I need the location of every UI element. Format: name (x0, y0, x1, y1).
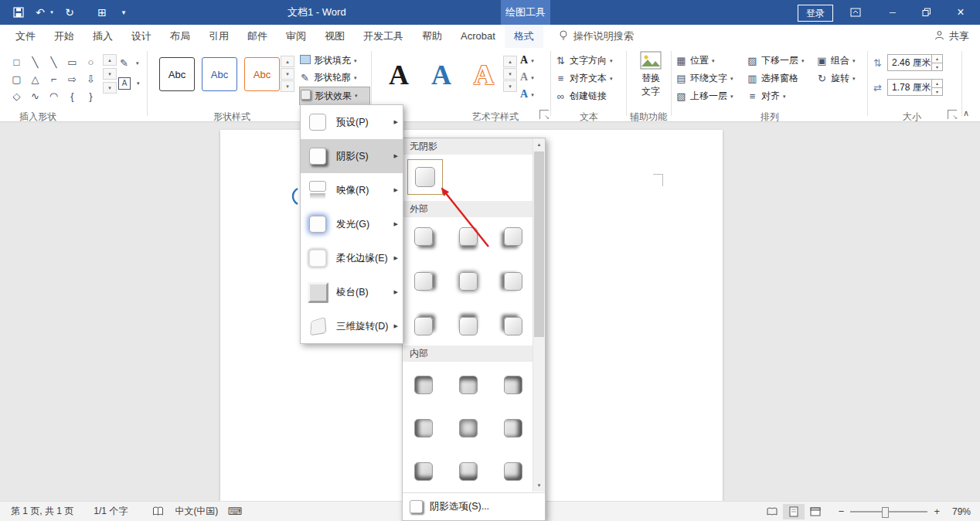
height-stepper[interactable]: ▴▾ (931, 55, 942, 70)
redo-icon[interactable]: ↻ (62, 0, 77, 25)
read-mode-icon[interactable] (761, 504, 783, 519)
minimize-icon[interactable]: ─ (876, 0, 909, 25)
text-fill-button[interactable]: A ▾ (520, 53, 534, 68)
ribbon-display-options-icon[interactable] (844, 0, 867, 25)
edit-shape-button[interactable]: ✎ ▾ (118, 55, 139, 71)
shape-gallery-item[interactable]: ⌐ (45, 71, 63, 87)
send-backward-button[interactable]: ▨ 下移一层 ▾ (747, 53, 805, 69)
shad-inner-bottom-left[interactable] (409, 457, 438, 486)
shape-outline-button[interactable]: ✎ 形状轮廓 ▾ (299, 70, 370, 86)
create-link-button[interactable]: ∞ 创建链接 (555, 88, 607, 104)
gallery-scrollbar[interactable]: ▴ ▾ (533, 138, 545, 492)
shad-outer-bottom[interactable] (454, 222, 483, 251)
shape-width-field[interactable]: 1.78 厘米 ▴▾ (887, 79, 943, 96)
shad-inner-top-left[interactable] (409, 370, 438, 400)
shape-fill-button[interactable]: 形状填充 ▾ (299, 53, 370, 69)
save-icon[interactable] (9, 0, 28, 25)
menu-item-glow[interactable]: 发光(G) ▶ (301, 207, 403, 241)
shad-inner-center[interactable] (454, 414, 483, 443)
style-gallery-down-icon[interactable]: ▾ (281, 68, 294, 80)
undo-icon[interactable]: ↶ (32, 0, 48, 25)
shape-gallery-item[interactable]: □ (8, 54, 26, 70)
menu-item-3d-rotation[interactable]: 三维旋转(D) ▶ (301, 309, 403, 343)
tab-view[interactable]: 视图 (315, 25, 354, 48)
text-outline-button[interactable]: A ▾ (520, 70, 534, 85)
shad-inner-top[interactable] (454, 370, 483, 400)
width-stepper[interactable]: ▴▾ (931, 80, 942, 95)
shape-gallery-item[interactable]: ▭ (63, 54, 81, 70)
zoom-out-button[interactable]: − (839, 506, 845, 517)
tab-references[interactable]: 引用 (199, 25, 238, 48)
web-layout-icon[interactable] (805, 504, 826, 519)
position-button[interactable]: ▦ 位置 ▾ (675, 53, 715, 69)
size-dialog-launcher[interactable]: ↘ (948, 110, 957, 119)
text-effects-button[interactable]: A ▾ (520, 87, 534, 102)
shape-gallery-down-icon[interactable]: ▾ (103, 68, 117, 80)
wordart-style-1[interactable]: A (382, 57, 416, 93)
tab-review[interactable]: 审阅 (277, 25, 315, 48)
word-count[interactable]: 1/1 个字 (94, 505, 128, 518)
language-indicator[interactable]: 中文(中国) (175, 505, 218, 518)
wordart-dialog-launcher[interactable]: ↘ (539, 110, 549, 119)
close-icon[interactable]: × (944, 0, 977, 25)
touch-mouse-mode-icon[interactable]: ⊞ (94, 0, 110, 25)
shape-gallery-item[interactable]: ○ (82, 54, 100, 70)
tab-design[interactable]: 设计 (122, 25, 161, 48)
shadow-options-button[interactable]: 阴影选项(S)... (403, 492, 545, 520)
shape-gallery-item[interactable]: ╲ (26, 54, 44, 70)
zoom-level[interactable]: 79% (940, 506, 971, 517)
tab-acrobat[interactable]: Acrobat (451, 25, 505, 48)
tab-format[interactable]: 格式 (505, 25, 543, 48)
shape-style-preset-3[interactable]: Abc (244, 57, 280, 91)
shad-outer-left[interactable] (499, 267, 528, 296)
tab-developer[interactable]: 开发工具 (354, 25, 413, 48)
page-indicator[interactable]: 第 1 页, 共 1 页 (11, 505, 73, 518)
tab-home[interactable]: 开始 (45, 25, 83, 48)
zoom-in-button[interactable]: + (934, 506, 940, 517)
wordart-gallery-more-icon[interactable]: ▾ (503, 80, 517, 92)
qat-customize-icon[interactable]: ▾ (117, 0, 130, 25)
tab-insert[interactable]: 插入 (83, 25, 122, 48)
keyboard-icon[interactable]: ⌨ (227, 506, 242, 517)
shad-outer-bottom-right[interactable] (409, 222, 438, 251)
shape-gallery-item[interactable]: ▢ (8, 71, 26, 87)
wordart-gallery-down-icon[interactable]: ▾ (503, 68, 517, 80)
alt-text-button[interactable]: 替换 文字 (632, 51, 669, 104)
sign-in-button[interactable]: 登录 (798, 5, 833, 22)
shad-inner-bottom[interactable] (454, 457, 483, 486)
shape-gallery-up-icon[interactable]: ▴ (103, 54, 117, 66)
menu-item-reflection[interactable]: 映像(R) ▶ (301, 173, 403, 207)
shape-style-preset-1[interactable]: Abc (159, 57, 195, 91)
zoom-slider[interactable] (850, 511, 927, 512)
shad-outer-top-right[interactable] (409, 312, 438, 341)
menu-item-shadow[interactable]: 阴影(S) ▶ (301, 139, 403, 173)
shad-outer-top-left[interactable] (499, 312, 528, 341)
zoom-slider-thumb[interactable] (882, 507, 889, 518)
shad-outer-right[interactable] (409, 267, 438, 296)
selection-pane-button[interactable]: ▥ 选择窗格 (747, 70, 798, 87)
shad-outer-bottom-left[interactable] (499, 222, 528, 251)
proofing-status-icon[interactable] (152, 506, 164, 516)
shad-outer-center[interactable] (454, 267, 483, 296)
style-gallery-more-icon[interactable]: ▾ (281, 80, 294, 92)
shape-gallery-item[interactable]: ◇ (8, 88, 26, 104)
tab-file[interactable]: 文件 (6, 25, 45, 48)
share-button[interactable]: 共享 (934, 29, 969, 43)
tab-help[interactable]: 帮助 (413, 25, 451, 48)
collapse-ribbon-icon[interactable]: ∧ (963, 108, 969, 118)
align-text-button[interactable]: ≡ 对齐文本 ▾ (555, 70, 613, 87)
shad-inner-right[interactable] (499, 414, 528, 443)
tell-me-search[interactable]: 操作说明搜索 (559, 29, 634, 43)
draw-textbox-button[interactable]: A ▾ (118, 75, 140, 91)
wordart-style-3[interactable]: A (467, 57, 501, 93)
style-gallery-up-icon[interactable]: ▴ (281, 56, 294, 67)
menu-item-soft-edges[interactable]: 柔化边缘(E) ▶ (301, 241, 403, 275)
shape-gallery-item[interactable]: { (63, 88, 81, 104)
shape-gallery-item[interactable]: ◠ (45, 88, 63, 104)
shape-gallery-item[interactable]: ⇨ (63, 71, 81, 87)
undo-dropdown-icon[interactable]: ▾ (48, 0, 56, 25)
shad-outer-top[interactable] (454, 312, 483, 341)
align-button[interactable]: ≡ 对齐 ▾ (747, 88, 786, 104)
wrap-text-button[interactable]: ▤ 环绕文字 ▾ (675, 70, 733, 87)
shadow-option-none[interactable] (407, 159, 443, 195)
